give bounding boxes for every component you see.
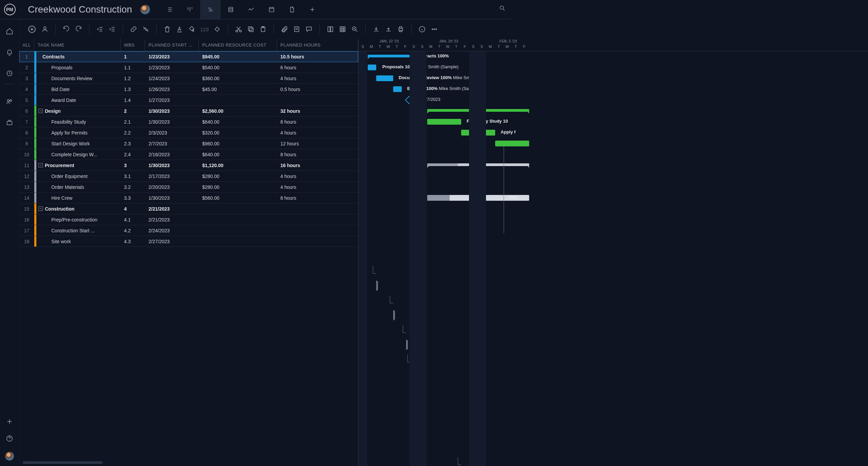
more-button[interactable] [431,25,438,33]
task-row[interactable]: 13Order Materials3.22/20/2023$280.004 ho… [19,182,358,193]
clock-icon[interactable] [6,70,13,77]
collapse-toggle[interactable]: − [38,163,43,167]
task-bar[interactable] [376,75,393,81]
cut-button[interactable] [235,25,242,33]
task-row[interactable]: 7Feasibility Study2.11/30/2023$640.008 h… [19,116,358,127]
print-button[interactable] [397,25,404,33]
col-header-number[interactable]: ALL [19,39,34,51]
gantt-row[interactable]: Apply f [359,127,512,138]
import-button[interactable] [372,25,380,33]
collapse-toggle[interactable]: − [38,207,43,211]
gantt-row[interactable]: Documents Review 100% Mike Smith (S... [359,73,512,84]
export-button[interactable] [385,25,392,33]
gantt-row[interactable] [359,203,512,214]
assign-button[interactable] [41,25,49,33]
view-tab-board[interactable] [180,0,200,19]
fill-color-button[interactable] [188,25,195,33]
collapse-toggle[interactable]: − [38,109,43,113]
gantt-row[interactable] [359,236,512,247]
diamond-icon[interactable] [213,25,221,33]
gantt-row[interactable]: Contracts 100% [359,51,512,62]
task-row[interactable]: 8Apply for Permits2.22/3/2023$320.004 ho… [19,127,358,138]
task-row[interactable]: 18Site work4.32/27/2023 [19,236,358,247]
gantt-row[interactable] [359,182,512,193]
task-bar[interactable] [393,86,402,92]
col-header-name[interactable]: TASK NAME [34,39,121,51]
gantt-row[interactable]: Feasibility Study 10 [359,116,512,127]
gantt-row[interactable] [359,214,512,225]
bell-icon[interactable] [6,49,13,56]
task-name-cell: Design [45,108,61,114]
task-row[interactable]: 17Construction Start ...4.22/24/2023 [19,225,358,236]
task-name-cell: Complete Design W... [51,152,97,157]
link-button[interactable] [130,25,137,33]
start-cell: 1/27/2023 [145,95,199,105]
info-button[interactable] [418,25,426,33]
project-title[interactable]: Creekwood Construction [28,4,132,15]
gantt-row[interactable]: 1/27/2023 [359,95,512,106]
text-color-button[interactable] [176,25,183,33]
grid-button[interactable] [339,25,346,33]
project-owner-avatar[interactable] [140,5,150,14]
view-tab-gantt[interactable] [200,0,221,19]
zoom-button[interactable] [351,25,359,33]
summary-bar[interactable] [368,55,411,57]
col-header-cost[interactable]: PLANNED RESOURCE COST [199,39,277,51]
task-bar[interactable] [427,119,461,125]
people-icon[interactable] [6,98,13,105]
gantt-row[interactable] [359,149,512,160]
view-tab-sheet[interactable] [221,0,241,19]
undo-button[interactable] [63,25,70,33]
gantt-row[interactable] [359,160,512,171]
home-icon[interactable] [6,28,13,35]
task-row[interactable]: 15−Construction42/21/2023 [19,203,358,214]
task-row[interactable]: 16Prep/Pre-construction4.12/21/2023 [19,214,358,225]
gantt-chart[interactable]: JAN, 22 '23JAN, 29 '23FEB, 5 '23 SMTWTFS… [359,39,512,275]
gantt-row[interactable] [359,225,512,236]
task-row[interactable]: 14Hire Crew3.31/30/2023$560.008 hours [19,193,358,203]
outdent-button[interactable] [96,25,104,33]
trash-button[interactable] [163,25,171,33]
task-bar[interactable] [368,65,376,70]
gantt-row[interactable]: Hire [359,193,512,203]
task-row[interactable]: 9Start Design Work2.32/7/2023$960.0012 h… [19,138,358,149]
briefcase-icon[interactable] [6,119,13,126]
gantt-row[interactable]: Bid Date 100% Mike Smith (Sample) [359,84,512,95]
task-row[interactable]: 12Order Equipment3.12/17/2023$280.004 ho… [19,171,358,182]
task-row[interactable]: 2Proposals1.11/23/2023$540.006 hours [19,62,358,73]
gantt-row[interactable] [359,171,512,182]
add-task-button[interactable] [28,25,36,34]
gantt-row[interactable]: Proposals 100% Mike Smith (Sample) [359,62,512,73]
gantt-row[interactable] [359,138,512,149]
redo-button[interactable] [75,25,82,33]
task-row[interactable]: 3Documents Review1.21/24/2023$360.004 ho… [19,73,358,84]
indent-button[interactable] [108,25,116,33]
col-header-wbs[interactable]: WBS [121,39,145,51]
columns-button[interactable] [327,25,334,33]
task-row[interactable]: 10Complete Design W...2.42/16/2023$640.0… [19,149,358,160]
search-button[interactable] [499,5,506,13]
comments-button[interactable] [305,25,313,33]
toolbar-number-field[interactable]: 123 [200,26,209,32]
task-row[interactable]: 1Contracts11/23/2023$945.0010.5 hours [19,51,358,62]
notes-button[interactable] [293,25,300,33]
task-row[interactable]: 11−Procurement31/30/2023$1,120.0016 hour… [19,160,358,171]
task-bar[interactable] [495,141,512,146]
task-row[interactable]: 5Award Date1.41/27/2023 [19,95,358,106]
task-row[interactable]: 6−Design21/30/2023$2,560.0032 hours [19,106,358,116]
task-row[interactable]: 4Bid Date1.31/26/2023$45.000.5 hours [19,84,358,95]
view-tab-files[interactable] [282,0,302,19]
col-header-start[interactable]: PLANNED START ... [145,39,199,51]
view-tab-add[interactable] [302,0,323,19]
view-tab-calendar[interactable] [261,0,282,19]
view-tab-list[interactable] [159,0,180,19]
unlink-button[interactable] [142,25,150,33]
col-header-hours[interactable]: PLANNED HOURS [277,39,358,51]
paste-button[interactable] [259,25,267,33]
attachment-button[interactable] [281,25,288,33]
gantt-row[interactable] [359,106,512,116]
gantt-day-label: S [410,44,418,51]
view-tab-dashboard[interactable] [241,0,261,19]
copy-button[interactable] [247,25,255,33]
app-logo[interactable]: PM [0,0,19,19]
